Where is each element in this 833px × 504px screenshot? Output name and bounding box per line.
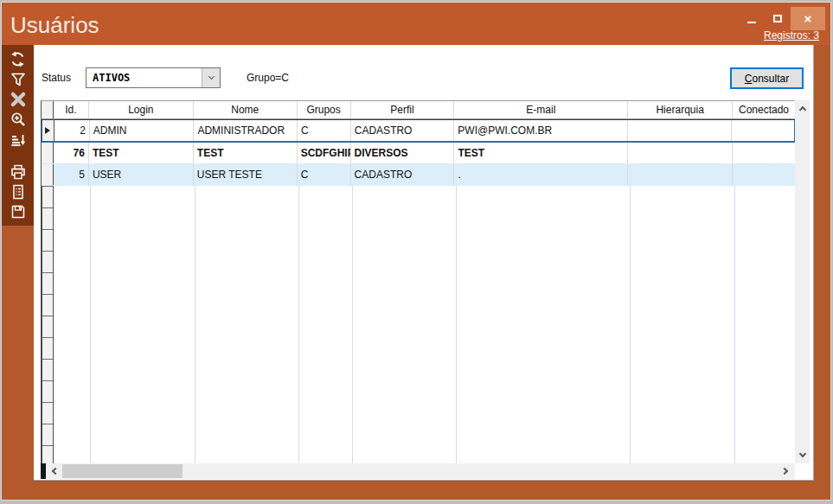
column-header-login[interactable]: Login [89, 101, 194, 118]
row-selector-strip [42, 186, 54, 463]
cell-login: TEST [89, 143, 194, 163]
close-icon: × [804, 11, 812, 26]
cell-id: 2 [54, 120, 90, 141]
maximize-button[interactable] [765, 7, 791, 30]
window-title: Usuários [10, 12, 99, 39]
app-window: Usuários × Registros: 3 [2, 3, 830, 500]
sidebar [2, 45, 34, 500]
cell-conectado [732, 120, 794, 141]
printer-icon [10, 163, 27, 181]
cell-nome: ADMINISTRADOR [194, 120, 298, 141]
column-header-grupos[interactable]: Grupos [298, 101, 351, 118]
sort-icon [10, 131, 27, 148]
scroll-up-button[interactable] [795, 101, 810, 116]
grid-header-row: Id. Login Nome Grupos Perfil E-mail Hier… [41, 100, 795, 119]
zoom-icon [10, 111, 27, 128]
cell-nome: USER TESTE [194, 164, 298, 185]
scroll-right-button[interactable] [779, 463, 793, 479]
consultar-button[interactable]: Consultar [730, 67, 804, 89]
chevron-right-icon [781, 468, 788, 475]
cell-perfil: CADASTRO [351, 120, 455, 141]
row-selector-cell [42, 143, 54, 163]
clear-filter-button[interactable] [5, 89, 31, 109]
combobox-dropdown-button[interactable] [202, 68, 220, 87]
horizontal-scroll-thumb[interactable] [62, 464, 183, 478]
column-header-perfil[interactable]: Perfil [351, 101, 455, 118]
chevron-left-icon [52, 468, 59, 475]
column-header-email[interactable]: E-mail [454, 101, 628, 118]
cell-hierarquia [628, 143, 733, 163]
grid-column-line [630, 186, 631, 463]
toolbar [2, 45, 34, 226]
window-controls: × [739, 7, 825, 30]
scroll-down-button[interactable] [795, 448, 810, 463]
splitter-handle[interactable] [41, 463, 46, 479]
cell-login: USER [89, 164, 194, 185]
report-icon [10, 183, 27, 201]
grid-column-line [734, 186, 735, 463]
status-combobox[interactable]: ATIVOS [86, 67, 221, 88]
grid-column-line [90, 186, 91, 463]
registros-link[interactable]: Registros: 3 [764, 29, 819, 41]
chevron-down-icon [798, 450, 805, 457]
grid-empty-area [42, 186, 796, 463]
selected-row-arrow-icon [45, 127, 50, 134]
cell-perfil: DIVERSOS [351, 143, 455, 163]
grid-rows: 2 ADMIN ADMINISTRADOR C CADASTRO PWI@PWI… [41, 119, 795, 463]
table-row[interactable]: 76 TEST TEST SCDFGHIP DIVERSOS TEST [42, 143, 795, 164]
refresh-button[interactable] [5, 49, 31, 69]
grid-column-line [195, 186, 195, 463]
filter-button[interactable] [5, 69, 31, 89]
sort-button[interactable] [5, 129, 31, 149]
cell-login: ADMIN [90, 120, 195, 141]
users-grid: Id. Login Nome Grupos Perfil E-mail Hier… [41, 100, 810, 479]
vertical-scrollbar[interactable] [795, 100, 810, 463]
cell-email: TEST [454, 143, 628, 163]
cell-hierarquia [628, 164, 733, 185]
cell-perfil: CADASTRO [351, 164, 455, 185]
cell-grupos: SCDFGHIP [298, 143, 351, 163]
print-button[interactable] [5, 162, 31, 182]
grid-column-line [456, 186, 457, 463]
scroll-left-button[interactable] [47, 463, 61, 479]
filter-icon [10, 71, 27, 88]
title-bar: Usuários × Registros: 3 [2, 3, 830, 45]
horizontal-scrollbar[interactable] [41, 463, 795, 479]
maximize-icon [773, 15, 782, 22]
save-icon [10, 203, 27, 220]
cell-email: . [454, 164, 628, 185]
content-panel: Status ATIVOS Grupo=C Consultar Id. Logi… [34, 45, 814, 481]
cell-id: 5 [54, 164, 89, 185]
column-header-conectado[interactable]: Conectado [733, 101, 795, 118]
report-button[interactable] [5, 182, 31, 201]
grid-column-line [352, 186, 353, 463]
row-selector-cell [42, 120, 54, 141]
cell-id: 76 [54, 143, 89, 163]
column-header-hierarquia[interactable]: Hierarquia [628, 101, 733, 118]
status-selected-value: ATIVOS [87, 72, 202, 84]
minimize-icon [747, 22, 756, 23]
close-button[interactable]: × [791, 7, 825, 30]
status-label: Status [42, 72, 71, 84]
chevron-down-icon [208, 73, 214, 80]
group-filter-label: Grupo=C [247, 72, 289, 84]
save-button[interactable] [5, 201, 31, 221]
column-header-nome[interactable]: Nome [194, 101, 298, 118]
cell-grupos: C [298, 120, 351, 141]
table-row[interactable]: 2 ADMIN ADMINISTRADOR C CADASTRO PWI@PWI… [42, 119, 795, 143]
cell-email: PWI@PWI.COM.BR [454, 120, 627, 141]
cell-grupos: C [298, 164, 351, 185]
cell-hierarquia [628, 120, 733, 141]
refresh-icon [9, 50, 27, 68]
zoom-button[interactable] [5, 109, 31, 129]
cell-nome: TEST [194, 143, 298, 163]
row-selector-cell [42, 164, 54, 185]
grid-column-line [298, 186, 299, 463]
cell-conectado [733, 143, 795, 163]
minimize-button[interactable] [739, 7, 765, 30]
clear-filter-icon [10, 91, 27, 108]
chevron-up-icon [798, 106, 805, 113]
table-row[interactable]: 5 USER USER TESTE C CADASTRO . [42, 164, 795, 186]
column-header-id[interactable]: Id. [54, 101, 89, 118]
row-selector-header [42, 101, 54, 118]
